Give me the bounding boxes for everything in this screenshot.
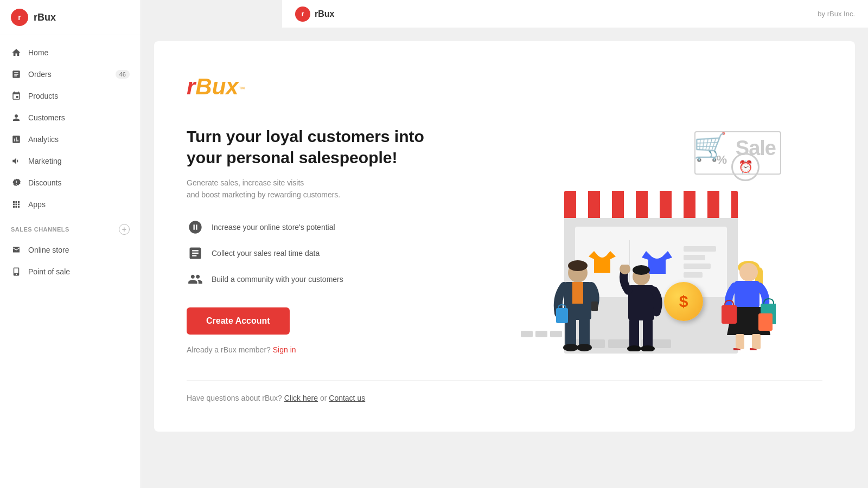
svg-point-8 — [577, 344, 592, 351]
brand-r: r — [187, 74, 195, 99]
analytics-icon — [11, 134, 22, 145]
store-icon — [11, 245, 22, 255]
sidebar-logo-icon: r — [11, 9, 28, 26]
sidebar-header: r rBux — [0, 0, 141, 35]
marketing-icon — [11, 156, 22, 166]
feature-icon-3 — [187, 271, 204, 288]
card-left: Turn your loyal customers into your pers… — [187, 126, 458, 354]
sign-in-link[interactable]: Sign in — [273, 345, 296, 354]
subtext: Generate sales, increase site visits and… — [187, 177, 458, 201]
sidebar: r rBux Home Orders 46 Products — [0, 0, 141, 488]
svg-point-17 — [641, 345, 655, 351]
topbar-by-label: by rBux Inc. — [818, 10, 855, 18]
click-here-link[interactable]: Click here — [284, 394, 318, 402]
customers-icon — [11, 112, 22, 123]
card-brand-logo: rBux™ — [187, 74, 822, 100]
topbar-logo-icon: r — [295, 7, 310, 22]
feature-item-3: Build a community with your customers — [187, 271, 458, 288]
figure-man-2 — [618, 265, 665, 354]
sales-channels-section: SALES CHANNELS + — [0, 215, 141, 239]
orders-icon — [11, 69, 22, 80]
sidebar-nav: Home Orders 46 Products Customers — [0, 35, 141, 488]
svg-rect-22 — [736, 334, 744, 349]
contact-us-link[interactable]: Contact us — [329, 394, 365, 402]
svg-rect-9 — [556, 308, 568, 323]
sidebar-item-point-of-sale[interactable]: Point of sale — [0, 261, 141, 282]
svg-rect-15 — [643, 319, 653, 349]
svg-rect-6 — [579, 318, 590, 348]
topbar-app-name: rBux — [315, 9, 334, 19]
feature-icon-1 — [187, 219, 204, 236]
svg-point-11 — [633, 265, 650, 275]
topbar: r rBux by rBux Inc. — [282, 0, 868, 28]
main-content: r rBux by rBux Inc. rBux™ Turn your loya… — [141, 0, 868, 488]
svg-rect-23 — [752, 334, 761, 349]
already-member-text: Already a rBux member? Sign in — [187, 345, 458, 354]
figure-woman — [722, 259, 776, 354]
sidebar-app-name: rBux — [34, 12, 56, 23]
card-body: Turn your loyal customers into your pers… — [187, 126, 822, 354]
window-lines — [684, 246, 716, 278]
sidebar-item-products[interactable]: Products — [0, 85, 141, 107]
pos-icon — [11, 266, 22, 277]
products-icon — [11, 91, 22, 101]
coin: $ — [664, 282, 703, 321]
svg-rect-26 — [758, 313, 773, 331]
orders-badge: 46 — [116, 70, 130, 79]
sidebar-item-marketing[interactable]: Marketing — [0, 150, 141, 172]
awning — [564, 191, 738, 221]
discounts-icon — [11, 177, 22, 188]
sidebar-item-customers[interactable]: Customers — [0, 107, 141, 129]
apps-icon — [11, 199, 22, 210]
figure-man — [553, 259, 602, 354]
sidebar-item-discounts[interactable]: Discounts — [0, 172, 141, 194]
svg-point-16 — [627, 345, 641, 351]
svg-rect-4 — [591, 301, 598, 311]
home-icon — [11, 47, 22, 58]
sidebar-item-online-store[interactable]: Online store — [0, 239, 141, 261]
footer-questions: Have questions about rBux? Click here or… — [187, 380, 822, 402]
main-card: rBux™ Turn your loyal customers into you… — [154, 41, 855, 432]
sidebar-item-apps[interactable]: Apps — [0, 194, 141, 215]
svg-point-7 — [563, 344, 578, 351]
svg-rect-14 — [629, 319, 639, 349]
feature-item-1: Increase your online store's potential — [187, 219, 458, 236]
sidebar-item-home[interactable]: Home — [0, 42, 141, 63]
topbar-logo: r rBux — [295, 7, 334, 22]
brand-tm: ™ — [239, 85, 245, 93]
add-channel-button[interactable]: + — [119, 224, 130, 235]
svg-rect-3 — [572, 282, 583, 304]
sale-box-deco — [694, 131, 781, 175]
sidebar-item-orders[interactable]: Orders 46 — [0, 63, 141, 85]
feature-icon-2 — [187, 245, 204, 262]
sidebar-item-analytics[interactable]: Analytics — [0, 129, 141, 150]
feature-item-2: Collect your sales real time data — [187, 245, 458, 262]
brand-bux: Bux — [195, 74, 238, 99]
features-list: Increase your online store's potential C… — [187, 219, 458, 288]
svg-rect-21 — [735, 281, 760, 308]
svg-rect-24 — [722, 305, 737, 324]
card-right: 🛒 ⏰ % Sale — [480, 126, 822, 354]
create-account-button[interactable]: Create Account — [187, 307, 290, 335]
headline: Turn your loyal customers into your pers… — [187, 126, 458, 168]
content-area: rBux™ Turn your loyal customers into you… — [141, 28, 868, 488]
svg-point-1 — [568, 260, 588, 271]
svg-point-20 — [739, 263, 758, 281]
illustration: 🛒 ⏰ % Sale — [521, 126, 781, 354]
